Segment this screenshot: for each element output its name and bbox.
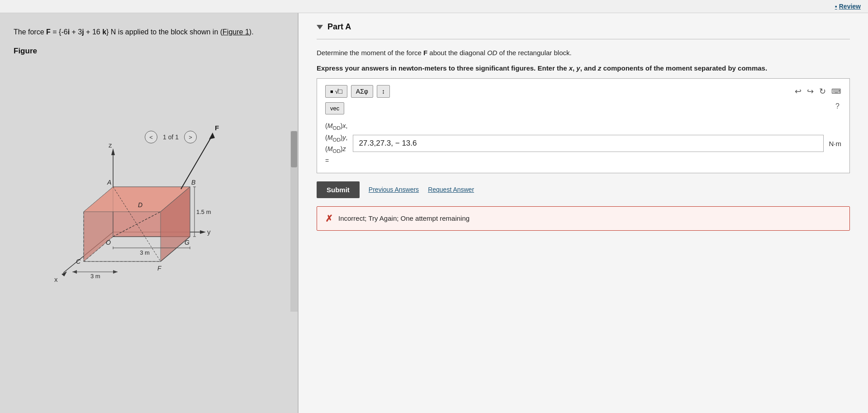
svg-text:3 m: 3 m — [140, 249, 150, 256]
y-italic: y — [576, 64, 580, 72]
question-text-line1: Determine the moment of the force F abou… — [317, 47, 850, 58]
input-row: (MOD)x, (MOD)y, (MOD)z = 27.3,27.3, − 13… — [325, 121, 841, 166]
aso-label: AΣφ — [356, 88, 368, 95]
scrollbar-thumb[interactable] — [291, 131, 297, 167]
svg-marker-37 — [113, 270, 118, 274]
request-answer-link[interactable]: Request Answer — [428, 186, 474, 193]
left-panel: The force F = {-6i + 3j + 16 k} N is app… — [0, 13, 299, 413]
top-bar: ▪ Review — [0, 0, 868, 13]
arrows-button[interactable]: ↕ — [377, 85, 390, 98]
svg-text:O: O — [106, 239, 111, 246]
figure1-link[interactable]: Figure 1 — [223, 28, 249, 36]
main-content: The force F = {-6i + 3j + 16 k} N is app… — [0, 13, 868, 413]
problem-intro: The force F = {-6i + 3j + 16 k} N is app… — [14, 28, 254, 36]
svg-text:B: B — [191, 179, 195, 186]
svg-text:A: A — [107, 179, 111, 186]
figure-area: z x y — [14, 60, 284, 313]
submit-button[interactable]: Submit — [317, 181, 360, 198]
keyboard-icon[interactable]: ⌨ — [831, 87, 841, 95]
figure-svg: z x y — [14, 60, 267, 304]
vec-label: vec — [330, 105, 339, 112]
left-scrollbar[interactable] — [290, 131, 298, 312]
mod-z-label: (MOD)z — [325, 145, 346, 152]
sqrt-button[interactable]: ■ √□ — [325, 85, 347, 98]
svg-marker-36 — [72, 270, 77, 274]
svg-text:D: D — [138, 201, 142, 209]
error-x-icon: ✗ — [325, 213, 333, 224]
undo-icon[interactable]: ↩ — [795, 86, 802, 96]
part-divider — [317, 39, 850, 39]
svg-text:y: y — [207, 228, 211, 236]
toolbar: ■ √□ AΣφ ↕ ↩ ↪ ↻ ⌨ — [325, 85, 841, 98]
review-link[interactable]: ▪ Review — [835, 3, 861, 10]
aso-button[interactable]: AΣφ — [351, 85, 373, 98]
part-title: Part A — [327, 22, 351, 32]
answer-input[interactable]: 27.3,27.3, − 13.6 — [353, 135, 823, 152]
eq-label: = — [325, 157, 329, 164]
svg-text:3 m: 3 m — [90, 273, 100, 280]
input-label: (MOD)x, (MOD)y, (MOD)z = — [325, 121, 347, 166]
x-italic: x — [569, 64, 573, 72]
svg-text:x: x — [54, 275, 58, 283]
review-icon: ▪ — [835, 3, 837, 10]
request-answer-label: Request Answer — [428, 186, 474, 193]
arrows-label: ↕ — [382, 88, 385, 95]
error-box: ✗ Incorrect; Try Again; One attempt rema… — [317, 206, 850, 231]
submit-label: Submit — [327, 186, 350, 194]
question-text-line2: Express your answers in newton-meters to… — [317, 63, 850, 74]
svg-text:G: G — [185, 239, 190, 246]
problem-text: The force F = {-6i + 3j + 16 k} N is app… — [14, 27, 284, 38]
prev-answers-label: Previous Answers — [369, 186, 419, 193]
svg-text:1.5 m: 1.5 m — [196, 209, 211, 215]
black-square-icon: ■ — [330, 89, 333, 94]
k-bold: k — [102, 28, 106, 36]
svg-text:F: F — [157, 265, 162, 272]
figure-label: Figure — [14, 47, 284, 56]
sqrt-label: √□ — [335, 88, 342, 95]
collapse-triangle-icon[interactable] — [317, 25, 323, 29]
toolbar-right: ↩ ↪ ↻ ⌨ — [795, 86, 841, 96]
answer-box: ■ √□ AΣφ ↕ ↩ ↪ ↻ ⌨ — [317, 78, 850, 173]
action-row: Submit Previous Answers Request Answer — [317, 181, 850, 198]
right-panel: Part A Determine the moment of the force… — [299, 13, 868, 413]
svg-line-40 — [181, 135, 213, 189]
svg-text:z: z — [109, 141, 112, 149]
previous-answers-link[interactable]: Previous Answers — [369, 186, 419, 193]
vec-button[interactable]: vec — [325, 102, 344, 114]
force-bold-F: F — [46, 28, 51, 36]
redo-icon[interactable]: ↪ — [807, 86, 814, 96]
unit-label: N·m — [829, 140, 842, 147]
question-OD-italic: OD — [487, 49, 498, 57]
z-italic: z — [598, 64, 602, 72]
part-header: Part A — [317, 22, 850, 32]
vec-row: vec ? — [325, 102, 841, 114]
mod-y-label: (MOD)y, — [325, 134, 347, 141]
i-bold: i — [68, 28, 70, 36]
svg-text:F: F — [215, 124, 219, 132]
refresh-icon[interactable]: ↻ — [819, 86, 826, 96]
svg-text:C: C — [76, 258, 81, 265]
svg-marker-41 — [209, 133, 215, 139]
j-bold: j — [82, 28, 84, 36]
help-question-icon[interactable]: ? — [835, 102, 840, 110]
mod-x-label: (MOD)x, — [325, 122, 347, 129]
error-text: Incorrect; Try Again; One attempt remain… — [338, 214, 470, 222]
svg-marker-7 — [200, 230, 206, 234]
question-F-bold: F — [423, 49, 427, 57]
review-label: Review — [839, 3, 861, 10]
svg-marker-1 — [111, 148, 115, 155]
